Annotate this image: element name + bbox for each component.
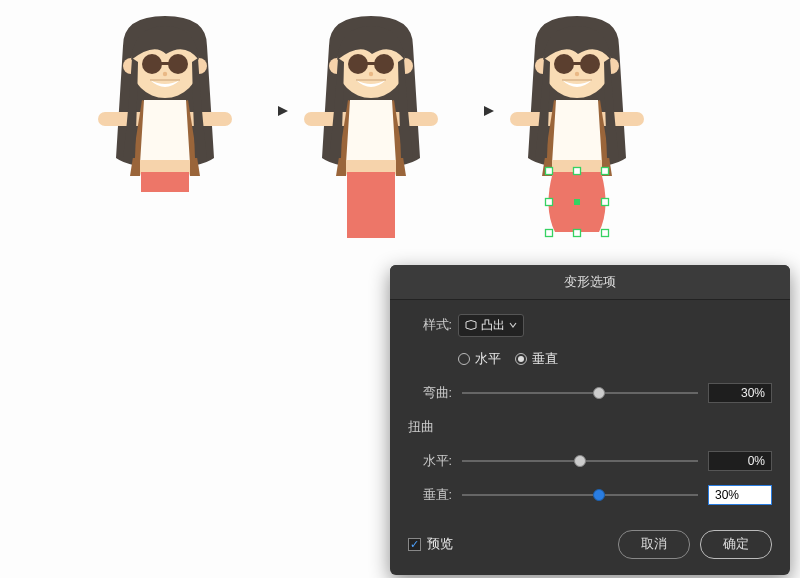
chevron-down-icon [509, 321, 517, 329]
character-step-2 [296, 8, 446, 238]
bulge-icon [465, 320, 477, 330]
bend-label: 弯曲: [408, 385, 452, 402]
svg-rect-14 [347, 172, 395, 238]
v-distort-label: 垂直: [408, 487, 452, 504]
svg-rect-36 [574, 168, 581, 175]
style-value: 凸出 [481, 317, 505, 334]
svg-rect-41 [574, 230, 581, 237]
radio-dot-checked [515, 353, 527, 365]
distort-section-label: 扭曲 [408, 416, 772, 438]
svg-point-29 [554, 54, 574, 74]
svg-rect-31 [572, 62, 582, 65]
svg-rect-34 [574, 199, 580, 205]
ok-button[interactable]: 确定 [700, 530, 772, 559]
svg-point-30 [580, 54, 600, 74]
radio-vertical[interactable]: 垂直 [515, 351, 558, 368]
slider-thumb-active[interactable] [593, 489, 605, 501]
svg-rect-40 [546, 230, 553, 237]
vertical-distort-row: 垂直: 30% [408, 484, 772, 506]
svg-rect-13 [346, 160, 396, 174]
svg-point-19 [374, 54, 394, 74]
svg-rect-1 [140, 160, 190, 174]
svg-point-21 [369, 72, 373, 76]
svg-point-6 [142, 54, 162, 74]
arrow-icon [248, 101, 288, 121]
radio-horizontal-label: 水平 [475, 351, 501, 368]
v-distort-value[interactable]: 30% [708, 485, 772, 505]
radio-vertical-label: 垂直 [532, 351, 558, 368]
slider-thumb[interactable] [593, 387, 605, 399]
preview-label: 预览 [427, 536, 453, 553]
illustration-row [90, 8, 652, 238]
svg-rect-8 [160, 62, 170, 65]
cancel-button[interactable]: 取消 [618, 530, 690, 559]
bend-row: 弯曲: 30% [408, 382, 772, 404]
dialog-title: 变形选项 [390, 265, 790, 300]
svg-point-18 [348, 54, 368, 74]
character-step-3 [502, 8, 652, 238]
warp-options-dialog: 变形选项 样式: 凸出 水平 垂直 弯曲: [390, 265, 790, 575]
radio-dot-empty [458, 353, 470, 365]
svg-point-9 [163, 72, 167, 76]
bend-value[interactable]: 30% [708, 383, 772, 403]
svg-rect-39 [602, 199, 609, 206]
h-distort-slider[interactable] [462, 460, 698, 462]
svg-rect-38 [546, 199, 553, 206]
preview-checkbox[interactable]: ✓ 预览 [408, 536, 453, 553]
h-distort-value[interactable]: 0% [708, 451, 772, 471]
arrow-icon [454, 101, 494, 121]
bend-slider[interactable] [462, 392, 698, 394]
slider-thumb[interactable] [574, 455, 586, 467]
horizontal-distort-row: 水平: 0% [408, 450, 772, 472]
style-row: 样式: 凸出 [408, 314, 772, 336]
orientation-row: 水平 垂直 [408, 348, 772, 370]
svg-rect-35 [546, 168, 553, 175]
style-select[interactable]: 凸出 [458, 314, 524, 337]
radio-horizontal[interactable]: 水平 [458, 351, 501, 368]
svg-rect-20 [366, 62, 376, 65]
svg-rect-2 [141, 172, 189, 192]
svg-rect-42 [602, 230, 609, 237]
svg-rect-37 [602, 168, 609, 175]
checkbox-checked-icon: ✓ [408, 538, 421, 551]
character-step-1 [90, 8, 240, 238]
style-label: 样式: [408, 317, 452, 334]
h-distort-label: 水平: [408, 453, 452, 470]
svg-point-7 [168, 54, 188, 74]
v-distort-slider[interactable] [462, 494, 698, 496]
svg-point-32 [575, 72, 579, 76]
